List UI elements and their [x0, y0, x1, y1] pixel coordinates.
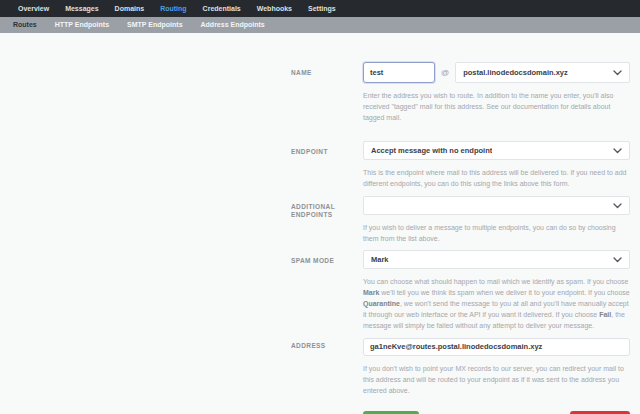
spam-mode-label: SPAM MODE: [291, 250, 353, 331]
name-help-text: Enter the address you wish to route. In …: [363, 90, 630, 123]
delete-route-button[interactable]: Delete route: [570, 411, 630, 414]
chevron-down-icon: [613, 203, 622, 209]
endpoint-help-text: This is the endpoint where mail to this …: [363, 167, 630, 189]
top-nav: Overview Messages Domains Routing Creden…: [0, 0, 640, 17]
name-label: NAME: [291, 62, 353, 123]
domain-select-value: postal.linodedocsdomain.xyz: [463, 68, 568, 77]
endpoint-label: ENDPOINT: [291, 141, 353, 189]
endpoint-select-value: Accept message with no endpoint: [371, 146, 492, 155]
spam-mode-select[interactable]: Mark: [363, 250, 630, 269]
tab-domains[interactable]: Domains: [107, 0, 153, 17]
tab-routing[interactable]: Routing: [152, 0, 194, 17]
subnav-smtp-endpoints[interactable]: SMTP Endpoints: [118, 17, 191, 33]
route-name-input[interactable]: [363, 62, 435, 83]
name-row: NAME @ postal.linodedocsdomain.xyz Enter…: [291, 62, 630, 123]
tab-credentials[interactable]: Credentials: [195, 0, 249, 17]
chevron-down-icon: [613, 148, 622, 154]
additional-endpoints-row: ADDITIONAL ENDPOINTS If you wish to deli…: [291, 196, 630, 244]
address-label: ADDRESS: [291, 335, 353, 396]
tab-settings[interactable]: Settings: [300, 0, 344, 17]
spam-mode-select-value: Mark: [371, 255, 389, 264]
domain-select[interactable]: postal.linodedocsdomain.xyz: [455, 62, 630, 83]
spam-mode-help-text: You can choose what should happen to mai…: [363, 276, 630, 331]
address-row: ADDRESS If you don't wish to point your …: [291, 335, 630, 396]
subnav-address-endpoints[interactable]: Address Endpoints: [192, 17, 274, 33]
tab-webhooks[interactable]: Webhooks: [249, 0, 300, 17]
additional-endpoints-help-text: If you wish to deliver a message to mult…: [363, 222, 630, 244]
chevron-down-icon: [613, 257, 622, 263]
chevron-down-icon: [613, 70, 622, 76]
endpoint-select[interactable]: Accept message with no endpoint: [363, 141, 630, 160]
route-address-input[interactable]: [363, 338, 630, 356]
subnav-routes[interactable]: Routes: [4, 17, 46, 33]
route-form: NAME @ postal.linodedocsdomain.xyz Enter…: [291, 62, 630, 414]
additional-endpoints-select[interactable]: [363, 196, 630, 215]
address-help-text: If you don't wish to point your MX recor…: [363, 363, 630, 396]
subnav-http-endpoints[interactable]: HTTP Endpoints: [46, 17, 118, 33]
save-route-button[interactable]: Save route: [363, 411, 419, 414]
endpoint-row: ENDPOINT Accept message with no endpoint…: [291, 141, 630, 189]
additional-endpoints-label: ADDITIONAL ENDPOINTS: [291, 196, 353, 244]
at-symbol: @: [441, 68, 449, 77]
sub-nav: Routes HTTP Endpoints SMTP Endpoints Add…: [0, 17, 640, 33]
buttons-row: Save route Delete route: [291, 411, 630, 414]
tab-overview[interactable]: Overview: [10, 0, 57, 17]
tab-messages[interactable]: Messages: [57, 0, 106, 17]
spam-mode-row: SPAM MODE Mark You can choose what shoul…: [291, 250, 630, 331]
